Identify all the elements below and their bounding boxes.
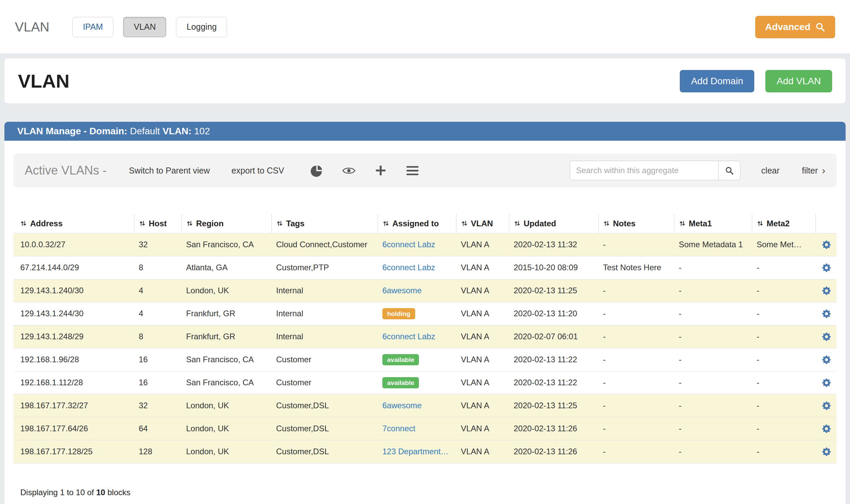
sort-icon — [139, 220, 145, 227]
topbar: VLAN IPAMVLANLogging Advanced — [0, 0, 850, 54]
cell-notes: - — [598, 348, 674, 371]
tab-logging[interactable]: Logging — [176, 17, 227, 37]
cell-region: Frankfurt, GR — [181, 302, 271, 325]
cell-updated: 2020-02-13 11:22 — [509, 348, 598, 371]
vlan-table: AddressHostRegionTagsAssigned toVLANUpda… — [14, 214, 836, 463]
cell-host: 4 — [134, 279, 181, 302]
cell-meta2: - — [752, 394, 815, 417]
plus-icon[interactable] — [374, 165, 388, 176]
filter-link[interactable]: filter › — [802, 165, 825, 176]
table-row: 129.143.1.248/298Frankfurt, GRInternal6c… — [14, 325, 836, 348]
sort-icon — [383, 220, 389, 227]
row-settings-gear-icon[interactable] — [821, 447, 832, 457]
row-settings-gear-icon[interactable] — [821, 331, 832, 342]
column-header-assigned_to[interactable]: Assigned to — [378, 214, 456, 233]
row-settings-gear-icon[interactable] — [821, 378, 832, 388]
page-title: VLAN — [18, 70, 69, 92]
row-settings-gear-icon[interactable] — [821, 286, 832, 296]
assigned-resource-link[interactable]: 6awesome — [383, 286, 422, 295]
row-settings-gear-icon[interactable] — [821, 239, 832, 250]
cell-tags: Customer,DSL — [271, 394, 378, 417]
cell-vlan: VLAN A — [456, 256, 509, 279]
panel-title-segment: VLAN Manage - Domain: — [17, 126, 130, 137]
cell-notes: - — [598, 279, 674, 302]
column-header-address[interactable]: Address — [14, 214, 134, 233]
cell-tags: Customer,PTP — [271, 256, 378, 279]
advanced-search-button[interactable]: Advanced — [755, 16, 835, 38]
search-input[interactable] — [570, 161, 719, 180]
cell-meta2: - — [752, 348, 815, 371]
list-icon[interactable] — [405, 166, 420, 175]
assigned-resource-link[interactable]: 7connect — [383, 424, 415, 433]
add-vlan-button[interactable]: Add VLAN — [765, 70, 832, 92]
column-header-actions — [815, 214, 836, 233]
row-settings-gear-icon[interactable] — [821, 400, 832, 411]
row-settings-gear-icon[interactable] — [821, 263, 832, 273]
switch-parent-view-link[interactable]: Switch to Parent view — [129, 166, 210, 176]
cell-vlan: VLAN A — [456, 348, 509, 371]
tab-ipam[interactable]: IPAM — [72, 17, 113, 37]
status-badge: holding — [383, 308, 415, 319]
pagination-text: Displaying 1 to 10 of — [20, 488, 96, 497]
assigned-resource-link[interactable]: 6connect Labz — [383, 240, 435, 249]
column-header-tags[interactable]: Tags — [271, 214, 378, 233]
cell-tags: Internal — [271, 279, 378, 302]
assigned-resource-link[interactable]: 123 Department… — [383, 447, 449, 456]
row-settings-gear-icon[interactable] — [821, 355, 832, 365]
cell-meta1: - — [674, 348, 752, 371]
cell-updated: 2020-02-13 11:26 — [509, 417, 598, 440]
column-header-vlan[interactable]: VLAN — [456, 214, 509, 233]
cell-meta2: - — [752, 371, 815, 394]
column-label: Assigned to — [392, 219, 439, 228]
cell-meta1: - — [674, 302, 752, 325]
assigned-resource-link[interactable]: 6connect Labz — [383, 332, 435, 341]
vlan-manage-panel: VLAN Manage - Domain: Default VLAN: 102 … — [4, 122, 846, 504]
sort-icon — [679, 220, 686, 227]
cell-region: San Francisco, CA — [181, 348, 271, 371]
tab-vlan[interactable]: VLAN — [123, 17, 166, 37]
column-header-meta1[interactable]: Meta1 — [674, 214, 752, 233]
cell-meta1: - — [674, 394, 752, 417]
cell-notes: - — [598, 371, 674, 394]
cell-address: 129.143.1.244/30 — [14, 302, 134, 325]
table-row: 198.167.177.64/2664London, UKCustomer,DS… — [14, 417, 836, 440]
cell-notes: - — [598, 302, 674, 325]
pie-chart-icon[interactable] — [310, 164, 324, 177]
cell-updated: 2020-02-13 11:22 — [509, 371, 598, 394]
cell-updated: 2020-02-07 06:01 — [509, 325, 598, 348]
column-header-host[interactable]: Host — [134, 214, 181, 233]
export-csv-link[interactable]: export to CSV — [231, 166, 284, 176]
sort-icon — [514, 220, 520, 227]
cell-assigned-to: 6awesome — [378, 279, 456, 302]
column-header-notes[interactable]: Notes — [598, 214, 674, 233]
cell-meta2: - — [752, 302, 815, 325]
cell-assigned-to: 6connect Labz — [378, 256, 456, 279]
cell-vlan: VLAN A — [456, 233, 509, 256]
search-button[interactable] — [719, 161, 740, 180]
eye-icon[interactable] — [342, 166, 356, 175]
cell-assigned-to: 7connect — [378, 417, 456, 440]
cell-address: 192.168.1.112/28 — [14, 371, 134, 394]
table-row: 67.214.144.0/298Atlanta, GACustomer,PTP6… — [14, 256, 836, 279]
cell-actions — [815, 302, 836, 325]
title-actions: Add Domain Add VLAN — [680, 70, 832, 92]
cell-notes: - — [598, 233, 674, 256]
column-label: Host — [149, 219, 167, 228]
pagination-total-count: 10 — [96, 488, 105, 497]
table-row: 192.168.1.96/2816San Francisco, CACustom… — [14, 348, 836, 371]
assigned-resource-link[interactable]: 6connect Labz — [383, 263, 435, 272]
clear-link[interactable]: clear — [761, 166, 780, 176]
cell-tags: Internal — [271, 325, 378, 348]
cell-updated: 2020-02-13 11:26 — [509, 440, 598, 463]
cell-host: 8 — [134, 256, 181, 279]
cell-meta2: - — [752, 256, 815, 279]
assigned-resource-link[interactable]: 6awesome — [383, 401, 422, 410]
add-domain-button[interactable]: Add Domain — [680, 70, 754, 92]
app-title: VLAN — [15, 20, 49, 35]
cell-assigned-to: 123 Department… — [378, 440, 456, 463]
column-header-updated[interactable]: Updated — [509, 214, 598, 233]
row-settings-gear-icon[interactable] — [821, 308, 832, 319]
row-settings-gear-icon[interactable] — [821, 424, 832, 434]
column-header-region[interactable]: Region — [181, 214, 271, 233]
column-header-meta2[interactable]: Meta2 — [752, 214, 815, 233]
